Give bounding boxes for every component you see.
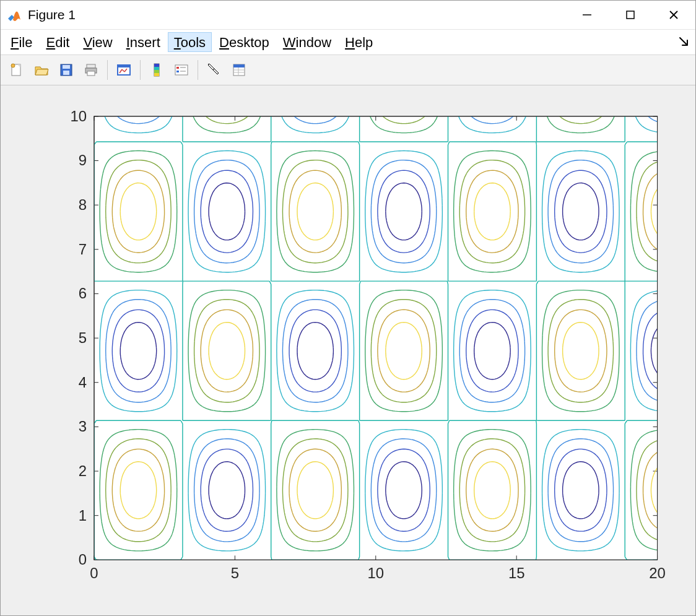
menu-tools[interactable]: Tools [168,32,212,52]
menu-help[interactable]: Help [339,32,379,52]
axes[interactable]: 05101520012345678910 [13,98,683,603]
ytick-label: 6 [79,285,87,301]
minimize-button[interactable] [565,1,609,29]
matlab-icon [7,7,22,22]
maximize-button[interactable] [609,1,652,29]
svg-rect-15 [118,65,130,67]
toolbar-separator [140,60,141,80]
toolbar [1,55,695,85]
ytick-label: 5 [79,329,87,346]
svg-rect-9 [63,65,70,69]
xtick-label: 20 [649,565,666,581]
colorbar-icon[interactable] [144,58,169,82]
svg-rect-24 [175,65,188,75]
menu-file[interactable]: File [4,32,38,52]
edit-plot-icon[interactable] [202,58,227,82]
menu-insert[interactable]: Insert [120,32,167,52]
toolbar-separator [198,60,198,80]
svg-rect-30 [233,64,245,67]
ytick-label: 7 [79,241,87,258]
svg-rect-13 [87,71,95,76]
property-inspector-icon[interactable] [227,58,251,82]
svg-rect-2 [627,11,634,19]
svg-rect-21 [154,67,159,70]
menu-edit[interactable]: Edit [40,32,76,52]
ytick-label: 1 [79,507,87,524]
legend-icon[interactable] [169,58,194,82]
figure-window: Figure 1 FileEditViewInsertToolsDesktopW… [0,0,696,616]
dock-arrow-icon[interactable] [678,36,689,47]
close-button[interactable] [652,1,695,29]
titlebar: Figure 1 [1,1,695,30]
open-plottools-icon[interactable] [111,58,136,82]
ytick-label: 10 [71,108,87,124]
xtick-label: 5 [231,565,239,581]
axes-box [94,116,658,560]
xtick-label: 15 [508,565,525,581]
new-figure-icon[interactable] [4,58,29,82]
ytick-label: 9 [79,152,87,168]
ytick-label: 3 [79,418,87,435]
svg-rect-23 [154,73,159,76]
menu-window[interactable]: Window [277,32,337,52]
svg-rect-25 [176,67,179,69]
open-icon[interactable] [29,58,54,82]
svg-rect-22 [154,70,159,73]
ytick-label: 8 [79,196,87,213]
save-icon[interactable] [54,58,79,82]
ytick-label: 0 [79,551,87,568]
svg-rect-11 [87,64,95,68]
xtick-label: 10 [367,565,384,581]
window-title: Figure 1 [28,7,76,22]
ytick-label: 4 [79,374,87,391]
ytick-label: 2 [79,462,87,479]
svg-rect-26 [176,71,179,72]
print-icon[interactable] [79,58,103,82]
svg-rect-10 [63,71,69,75]
menu-desktop[interactable]: Desktop [213,32,276,52]
xtick-label: 0 [90,565,98,581]
toolbar-separator [107,60,108,80]
menu-view[interactable]: View [77,32,118,52]
menubar: FileEditViewInsertToolsDesktopWindowHelp [1,30,695,55]
figure-area: 05101520012345678910 [1,85,695,615]
svg-rect-20 [154,64,159,67]
svg-point-7 [11,64,15,67]
